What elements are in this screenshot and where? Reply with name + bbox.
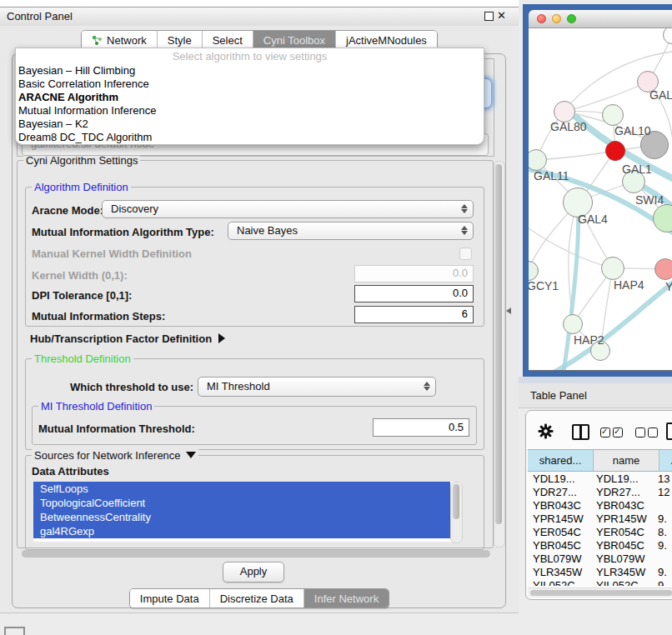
splitter-collapse-icon[interactable] [506, 308, 511, 314]
node-label: GAL [649, 88, 672, 102]
table-rows: YDL19...YDL19...13 YDR27...YDR27...12 YB… [528, 472, 672, 586]
table-row[interactable]: YER054CYER054C8. [528, 526, 672, 539]
algorithm-definition-title: Algorithm Definition [32, 181, 131, 193]
column-header-name[interactable]: name [594, 449, 659, 472]
bottom-left-partial-icon[interactable] [4, 627, 25, 635]
table-row[interactable]: YBR045CYBR045C9. [528, 539, 672, 552]
table-hscrollbar-thumb[interactable] [530, 590, 672, 596]
tab-discretize-data[interactable]: Discretize Data [209, 589, 303, 608]
table-hscrollbar[interactable] [528, 588, 672, 598]
table-row[interactable]: YPR145WYPR145W9. [528, 512, 672, 526]
tab-network-label: Network [107, 34, 147, 47]
table-panel-title: Table Panel [530, 389, 587, 402]
column-header-partial[interactable]: A [659, 449, 672, 472]
network-node-gal1[interactable] [605, 141, 625, 161]
table-row[interactable]: YLR345WYLR345W9. [528, 566, 672, 579]
dpi-tolerance-label: DPI Tolerance [0,1]: [32, 289, 132, 302]
algorithm-option-3[interactable]: Mutual Information Inference [18, 104, 156, 117]
tab-infer-network[interactable]: Infer Network [303, 589, 389, 608]
expand-right-icon [218, 333, 225, 343]
dpi-tolerance-field[interactable]: 0.0 [354, 285, 474, 302]
close-icon[interactable]: ✕ [497, 9, 506, 22]
top-strip [0, 0, 519, 7]
column-header-shared-name[interactable]: shared... [528, 449, 594, 472]
tab-cyni-toolbox[interactable]: Cyni Toolbox [253, 31, 335, 49]
network-node-salmon[interactable] [654, 258, 672, 280]
network-node-hap4[interactable] [601, 257, 624, 280]
kernel-width-field[interactable]: 0.0 [354, 265, 474, 282]
algorithm-dropdown-list: Select algorithm to view settings Bayesi… [15, 48, 484, 145]
node-label: GAL10 [614, 124, 651, 138]
data-attributes-label: Data Attributes [32, 465, 109, 478]
float-window-icon[interactable] [484, 12, 494, 21]
network-node-hap2[interactable] [563, 314, 583, 334]
list-item-gal4rgexp[interactable]: gal4RGexp [33, 524, 450, 538]
list-item-betweennesscentrality[interactable]: BetweennessCentrality [33, 510, 450, 524]
tab-select[interactable]: Select [202, 31, 253, 49]
tab-impute-data[interactable]: Impute Data [130, 589, 209, 608]
table-row[interactable]: YBR043CYBR043C [528, 499, 672, 512]
table-row[interactable]: YDR27...YDR27...12 [528, 486, 672, 499]
control-panel-titlebar: Control Panel [0, 7, 519, 27]
table-panel-header: Table Panel [519, 383, 672, 408]
table-row[interactable]: YIL052CYIL052C9 [528, 579, 672, 586]
node-label: HAP2 [574, 333, 604, 347]
network-node-green-upper[interactable] [602, 104, 624, 126]
hub-definition-toggle[interactable]: Hub/Transcription Factor Definition [30, 332, 225, 345]
document-icon[interactable] [666, 422, 672, 440]
settings-hscrollbar-thumb[interactable] [22, 550, 490, 558]
aracne-mode-label: Aracne Mode: [32, 204, 103, 217]
tab-style[interactable]: Style [157, 31, 202, 49]
network-window-titlebar[interactable] [529, 10, 672, 28]
algorithm-option-4[interactable]: Bayesian – K2 [18, 118, 88, 130]
table-row[interactable]: YDL19...YDL19...13 [528, 472, 672, 486]
which-threshold-select[interactable]: MI Threshold [198, 377, 436, 397]
node-label: SWI4 [635, 193, 664, 207]
algorithm-option-2-selected[interactable]: ARACNE Algorithm [18, 91, 118, 103]
apply-button[interactable]: Apply [223, 562, 284, 582]
network-canvas[interactable]: GAL GAL80 GAL10 GAL1 GAL11 SWI4 GAL4 GCY… [529, 28, 672, 370]
attributes-scrollbar-thumb[interactable] [453, 484, 459, 519]
unchecked-checkbox-icon[interactable] [635, 428, 645, 438]
zoom-traffic-light-icon[interactable] [567, 14, 576, 23]
settings-scrollbar[interactable] [494, 161, 505, 548]
mi-threshold-box-title: MI Threshold Definition [38, 400, 154, 412]
node-label: GAL80 [550, 120, 587, 133]
bottom-tab-bar: Impute Data Discretize Data Infer Networ… [0, 588, 519, 608]
tab-network[interactable]: Network [82, 31, 157, 49]
collapse-down-icon [186, 452, 196, 458]
control-panel-title: Control Panel [7, 10, 73, 22]
mi-type-select[interactable]: Naive Bayes [228, 222, 474, 240]
network-icon [92, 35, 103, 46]
list-item-selfloops[interactable]: SelfLoops [33, 482, 450, 496]
aracne-mode-select[interactable]: Discovery [102, 200, 474, 218]
algorithm-option-0[interactable]: Bayesian – Hill Climbing [18, 64, 135, 77]
manual-kernel-checkbox[interactable] [459, 248, 472, 260]
algorithm-option-1[interactable]: Basic Correlation Inference [18, 78, 149, 90]
stepper-icon [461, 203, 469, 214]
stepper-icon [461, 225, 469, 236]
screen: Control Panel ✕ Network Style Select Cyn… [0, 0, 672, 635]
close-traffic-light-icon[interactable] [537, 14, 546, 23]
settings-scrollbar-thumb[interactable] [495, 164, 502, 524]
cyni-algorithm-settings-title: Cyni Algorithm Settings [23, 154, 140, 167]
minimize-traffic-light-icon[interactable] [552, 14, 561, 23]
node-label: GAL4 [578, 212, 608, 226]
checked-checkbox-icon[interactable] [600, 428, 610, 438]
table-row[interactable]: YBL079WYBL079W [528, 552, 672, 566]
mi-type-value: Naive Bayes [237, 222, 298, 239]
data-attributes-list: SelfLoops TopologicalCoefficient Between… [33, 482, 461, 542]
mi-steps-field[interactable]: 6 [354, 306, 474, 323]
algorithm-dropdown-placeholder: Select algorithm to view settings [16, 50, 484, 62]
gear-icon[interactable] [538, 423, 554, 439]
mi-threshold-field[interactable]: 0.5 [373, 418, 469, 437]
split-columns-icon[interactable] [572, 424, 589, 440]
algorithm-option-5[interactable]: Dream8 DC_TDC Algorithm [18, 131, 152, 143]
mi-steps-label: Mutual Information Steps: [32, 310, 165, 322]
sources-title[interactable]: Sources for Network Inference [32, 449, 198, 462]
unchecked-checkbox-icon[interactable] [648, 428, 658, 438]
list-item-topologicalcoefficient[interactable]: TopologicalCoefficient [33, 496, 450, 510]
attributes-scrollbar[interactable] [450, 482, 463, 543]
checked-checkbox-icon[interactable] [613, 428, 623, 438]
tab-jactivemnodules[interactable]: jActiveMNodules [335, 31, 437, 49]
